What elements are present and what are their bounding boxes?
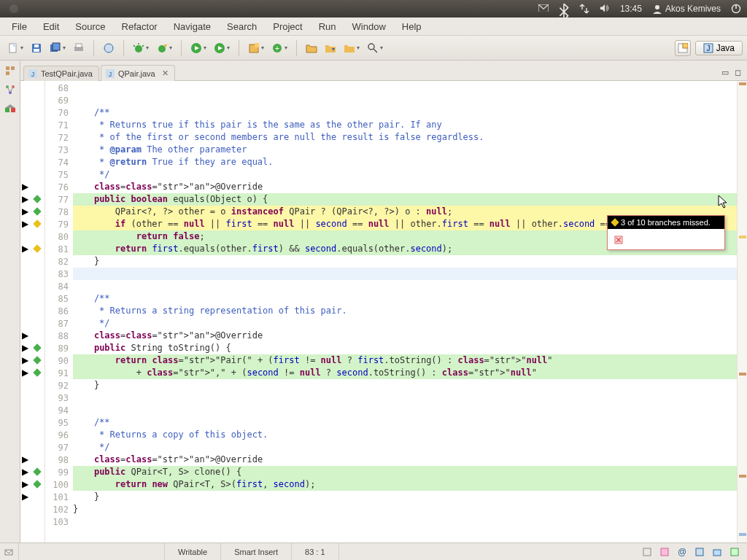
hierarchy-icon[interactable] [4, 84, 16, 96]
open-perspective-button[interactable] [675, 40, 691, 56]
editor-minmax: ▭ ◻ [716, 65, 747, 80]
svg-text:J: J [706, 44, 711, 52]
svg-rect-29 [6, 71, 9, 75]
menu-bar: File Edit Source Refactor Navigate Searc… [0, 18, 747, 36]
svg-rect-12 [76, 44, 82, 47]
status-icon[interactable] [0, 543, 19, 560]
perspective-label: Java [716, 43, 735, 53]
coverage-tooltip: 3 of 10 branches missed. [607, 215, 725, 250]
menu-window[interactable]: Window [345, 19, 393, 34]
svg-rect-28 [11, 66, 15, 70]
open-folder-button[interactable] [303, 39, 320, 57]
new-project-button[interactable] [245, 39, 267, 57]
menu-file[interactable]: File [4, 19, 34, 34]
workspace: J TestQPair.java J QPair.java ✕ ▭ ◻ ▶▶▶▶… [0, 61, 747, 542]
volume-icon[interactable] [600, 4, 610, 14]
import-button[interactable] [322, 39, 339, 57]
svg-rect-8 [34, 44, 39, 47]
tab-qpair[interactable]: J QPair.java ✕ [101, 65, 175, 81]
user-menu[interactable]: Akos Kemives [652, 4, 721, 14]
search-button[interactable] [364, 39, 386, 57]
svg-text:+: + [275, 44, 279, 52]
minimize-icon[interactable]: ▭ [721, 68, 729, 77]
new-package-button[interactable]: + [268, 39, 290, 57]
svg-rect-5 [13, 44, 16, 47]
svg-text:J: J [109, 71, 112, 78]
menu-source[interactable]: Source [68, 19, 112, 34]
debug-button[interactable] [130, 39, 152, 57]
clock[interactable]: 13:45 [620, 4, 642, 14]
status-position: 83 : 1 [292, 543, 339, 560]
app-icon [9, 4, 19, 14]
svg-rect-44 [696, 548, 703, 556]
user-name: Akos Kemives [665, 4, 721, 14]
menu-run[interactable]: Run [311, 19, 344, 34]
close-icon[interactable]: ✕ [162, 69, 169, 78]
svg-rect-34 [11, 108, 15, 112]
tab-testqpair[interactable]: J TestQPair.java [23, 66, 99, 81]
tray-icon[interactable] [694, 547, 705, 557]
svg-rect-45 [713, 550, 721, 556]
menu-navigate[interactable]: Navigate [166, 19, 218, 34]
print-button[interactable] [70, 39, 88, 57]
tray-icon[interactable] [712, 547, 722, 557]
tray-icon[interactable] [659, 547, 670, 557]
junit-icon[interactable] [4, 103, 16, 114]
code-content[interactable]: /** * Returns true if this pair is the s… [73, 81, 737, 542]
open-resource-button[interactable] [341, 39, 363, 57]
editor-area: J TestQPair.java J QPair.java ✕ ▭ ◻ ▶▶▶▶… [20, 61, 747, 542]
line-number-gutter[interactable]: 6869707172737475767778798081828384858687… [45, 81, 73, 542]
svg-rect-33 [5, 108, 9, 112]
status-writable: Writable [165, 543, 221, 560]
network-icon[interactable] [579, 4, 589, 14]
bluetooth-icon[interactable] [559, 4, 569, 14]
debug-last-button[interactable] [153, 39, 175, 57]
svg-rect-42 [661, 548, 668, 556]
svg-rect-10 [53, 43, 60, 50]
tab-label: TestQPair.java [41, 69, 93, 78]
overview-ruler[interactable] [737, 81, 747, 542]
status-insert: Smart Insert [221, 543, 292, 560]
status-bar: Writable Smart Insert 83 : 1 @ [0, 542, 747, 560]
run-last-button[interactable] [211, 39, 233, 57]
menu-refactor[interactable]: Refactor [115, 19, 165, 34]
svg-point-15 [158, 45, 166, 52]
tab-label: QPair.java [118, 69, 155, 78]
mail-icon[interactable] [538, 4, 549, 14]
editor-tabs: J TestQPair.java J QPair.java ✕ ▭ ◻ [20, 61, 747, 81]
menu-project[interactable]: Project [266, 19, 309, 34]
error-icon [614, 235, 624, 245]
power-icon[interactable] [731, 4, 741, 14]
coverage-ruler[interactable] [29, 81, 45, 542]
svg-point-2 [655, 5, 659, 9]
svg-point-0 [9, 4, 18, 13]
save-all-button[interactable] [47, 39, 69, 57]
system-menu-bar: 13:45 Akos Kemives [0, 0, 747, 18]
svg-rect-27 [6, 66, 9, 70]
save-button[interactable] [28, 39, 45, 57]
run-button[interactable] [187, 39, 209, 57]
svg-text:@: @ [678, 547, 686, 557]
status-empty [19, 543, 165, 560]
tray-icon[interactable] [642, 547, 652, 557]
tray-icon[interactable]: @ [677, 547, 687, 557]
svg-text:J: J [31, 71, 35, 78]
svg-rect-7 [34, 49, 39, 52]
svg-point-14 [135, 45, 142, 52]
coverage-tooltip-text: 3 of 10 branches missed. [621, 218, 711, 227]
java-perspective-button[interactable]: J Java [695, 41, 743, 55]
maximize-icon[interactable]: ◻ [735, 68, 741, 77]
package-explorer-icon[interactable] [4, 65, 16, 77]
new-button[interactable] [4, 39, 26, 57]
tray-icon[interactable] [729, 547, 740, 557]
menu-help[interactable]: Help [395, 19, 429, 34]
main-toolbar: + J Java [0, 36, 747, 61]
code-editor[interactable]: ▶▶▶▶▶▶▶▶▶▶▶▶▶ 68697071727374757677787980… [20, 81, 747, 542]
marker-bar[interactable]: ▶▶▶▶▶▶▶▶▶▶▶▶▶ [20, 81, 29, 542]
open-type-button[interactable] [100, 39, 117, 57]
menu-edit[interactable]: Edit [36, 19, 66, 34]
status-tray: @ [635, 547, 747, 557]
svg-rect-41 [643, 548, 651, 556]
menu-search[interactable]: Search [220, 19, 264, 34]
svg-point-13 [104, 44, 113, 52]
